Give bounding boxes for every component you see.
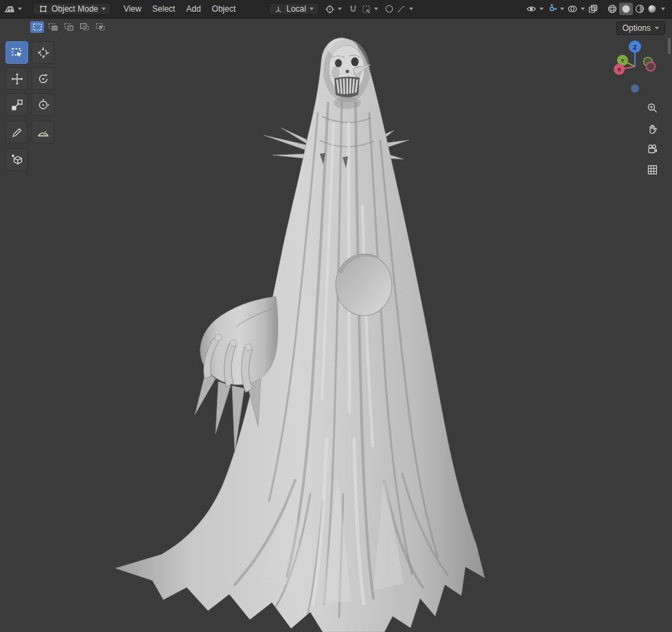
chevron-down-icon — [655, 27, 659, 30]
show-gizmo-toggle[interactable] — [546, 3, 564, 14]
pivot-point-dropdown[interactable] — [325, 4, 342, 14]
snap-target-dropdown[interactable] — [361, 4, 378, 14]
mode-dropdown[interactable]: Object Mode — [33, 3, 111, 15]
toggle-xray-icon[interactable] — [588, 3, 599, 14]
select-mode-extend[interactable] — [46, 21, 60, 33]
falloff-curve-icon — [396, 4, 406, 14]
tool-scale[interactable] — [5, 93, 28, 116]
gizmo-y-label: Y — [621, 58, 625, 64]
menu-add[interactable]: Add — [181, 1, 206, 16]
select-mode-invert[interactable] — [78, 21, 91, 33]
blender-window: Object Mode View Select Add Object Local — [0, 0, 672, 632]
navigation-gizmo[interactable]: Z Y X — [612, 38, 658, 96]
tool-annotate[interactable] — [5, 121, 28, 143]
tool-transform[interactable] — [32, 93, 54, 116]
visibility-dropdown[interactable] — [526, 3, 544, 14]
chevron-down-icon — [540, 8, 544, 10]
tool-add-cube[interactable] — [5, 148, 28, 171]
tool-move[interactable] — [5, 67, 28, 90]
tool-measure[interactable] — [32, 121, 54, 143]
snap-magnet-icon[interactable] — [348, 4, 358, 14]
visibility-eye-icon — [526, 3, 537, 14]
show-overlays-toggle[interactable] — [567, 3, 585, 14]
menu-object[interactable]: Object — [207, 1, 242, 16]
chevron-down-icon — [102, 8, 106, 10]
pan-hand-icon — [647, 123, 658, 134]
gizmo-axis-x-neg[interactable] — [647, 62, 656, 71]
options-label: Options — [623, 23, 651, 33]
gizmo-axis-z-neg[interactable] — [631, 84, 639, 93]
grid-ortho-button[interactable] — [643, 161, 661, 178]
orientation-label: Local — [286, 4, 306, 14]
gizmo-x-label: X — [617, 67, 621, 73]
options-button[interactable]: Options — [616, 21, 665, 35]
orientation-icon — [274, 5, 283, 14]
falloff-dropdown[interactable] — [396, 4, 413, 14]
camera-view-button[interactable] — [643, 140, 661, 158]
viewport-header: Object Mode View Select Add Object Local — [0, 0, 672, 19]
mode-dropdown-label: Object Mode — [51, 4, 98, 14]
shading-solid-active — [619, 3, 633, 15]
select-mode-group — [30, 21, 107, 33]
chevron-down-icon — [310, 8, 314, 10]
3d-viewport-editor-icon — [4, 3, 15, 14]
pivot-point-icon — [325, 4, 335, 14]
ghost-model[interactable] — [115, 38, 485, 632]
chest-hole — [336, 254, 392, 316]
shading-rendered-icon[interactable] — [647, 3, 658, 14]
orientation-dropdown[interactable]: Local — [268, 3, 319, 15]
chevron-down-icon — [661, 8, 665, 10]
viewport-canvas[interactable] — [0, 0, 672, 632]
snap-target-icon — [361, 4, 371, 14]
select-mode-new[interactable] — [30, 21, 44, 33]
select-mode-intersect[interactable] — [93, 21, 107, 33]
menu-view[interactable]: View — [118, 1, 147, 16]
show-gizmo-icon — [546, 3, 557, 14]
shading-wireframe-icon[interactable] — [607, 3, 618, 14]
chevron-down-icon — [338, 8, 342, 10]
shading-mode-group — [607, 3, 665, 15]
tool-shelf — [5, 41, 54, 174]
chevron-down-icon — [560, 8, 564, 10]
camera-view-icon — [647, 143, 658, 155]
shading-solid-icon[interactable] — [621, 3, 632, 14]
gizmo-z-label: Z — [633, 44, 637, 51]
show-overlays-icon — [567, 3, 578, 14]
zoom-button[interactable] — [643, 99, 661, 117]
chevron-down-icon — [374, 8, 378, 10]
pan-button[interactable] — [643, 119, 661, 137]
tool-select-box[interactable] — [5, 41, 28, 64]
grid-ortho-icon — [647, 164, 658, 176]
shading-material-icon[interactable] — [634, 3, 645, 14]
zoom-icon — [647, 102, 658, 114]
editor-type-selector[interactable] — [4, 3, 22, 14]
tool-cursor-3d[interactable] — [32, 41, 54, 64]
menu-select[interactable]: Select — [147, 1, 181, 16]
object-mode-icon — [38, 4, 48, 14]
viewport-scrollbar[interactable] — [668, 38, 671, 54]
chevron-down-icon — [581, 8, 585, 10]
proportional-editing-icon[interactable] — [384, 4, 394, 14]
chevron-down-icon — [18, 8, 22, 10]
chevron-down-icon — [409, 8, 413, 10]
select-mode-subtract[interactable] — [62, 21, 76, 33]
tool-rotate[interactable] — [32, 67, 54, 90]
